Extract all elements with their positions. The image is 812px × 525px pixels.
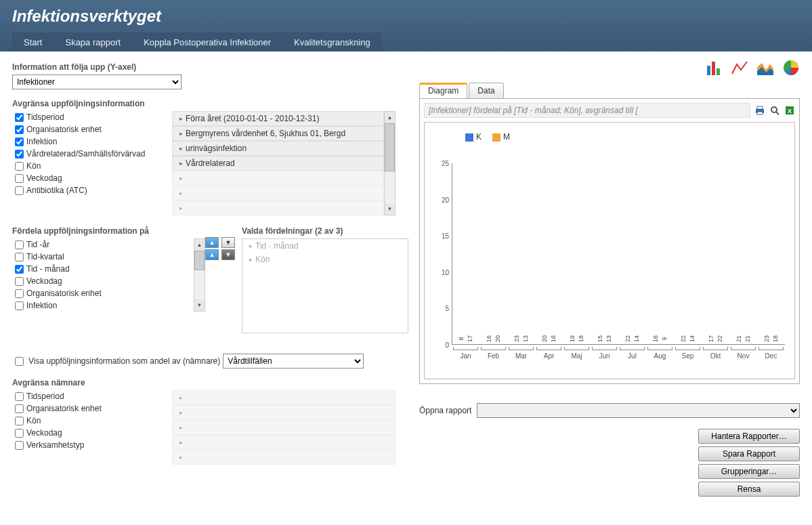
print-icon[interactable] xyxy=(754,105,765,116)
move-down-button[interactable]: ▼ xyxy=(221,237,235,248)
tab-diagram[interactable]: Diagram xyxy=(419,83,467,98)
bar-value-label: 18 xyxy=(772,335,779,342)
val-vardrelaterad[interactable]: ▸Vårdrelaterad xyxy=(172,156,384,171)
tab-data[interactable]: Data xyxy=(469,83,503,98)
val-tidsperiod-text: Förra året (2010-01-01 - 2010-12-31) xyxy=(186,114,319,123)
val-n-3[interactable]: ▸ xyxy=(172,435,396,450)
chart-type-bar-icon[interactable] xyxy=(705,59,723,79)
val-infektion[interactable]: ▸urinvägsinfektion xyxy=(172,141,384,156)
month-label: Okt xyxy=(702,352,729,360)
val-n-2[interactable]: ▸ xyxy=(172,420,396,435)
legend-swatch-k xyxy=(465,133,473,142)
chart-legend: K M xyxy=(465,132,510,142)
chk-tidsperiod[interactable] xyxy=(15,113,24,122)
chk-andel[interactable] xyxy=(15,357,24,366)
tab-skapa-rapport[interactable]: Skapa rapport xyxy=(54,33,132,51)
tab-start[interactable]: Start xyxy=(12,33,54,51)
bar-value-label: 14 xyxy=(689,335,696,342)
svg-rect-2 xyxy=(717,68,720,75)
filters-title: Avgränsa uppföljningsinformation xyxy=(12,99,408,108)
selected-tid-manad[interactable]: ▸Tid - månad xyxy=(242,239,408,253)
chk-infektion2[interactable] xyxy=(15,301,24,310)
lbl-vardrelaterad: Vårdrelaterad/Samhällsförvärvad xyxy=(26,149,145,159)
svg-text:X: X xyxy=(788,108,792,114)
chart-type-pie-icon[interactable] xyxy=(782,59,800,79)
chk-orgenhet2[interactable] xyxy=(15,289,24,298)
manage-reports-button[interactable]: Hantera Rapporter… xyxy=(698,429,800,444)
lbl-tid-ar: Tid -år xyxy=(26,240,49,249)
chart-type-area-icon[interactable] xyxy=(756,59,774,79)
val-tidsperiod[interactable]: ▸Förra året (2010-01-01 - 2010-12-31) xyxy=(172,111,384,126)
move-down-button-2[interactable]: ▼ xyxy=(221,249,235,260)
scroll-up-icon[interactable]: ▲ xyxy=(194,239,205,251)
chk-n-orgenhet[interactable] xyxy=(15,404,24,413)
scroll-up-icon[interactable]: ▲ xyxy=(385,112,395,123)
val-n-0[interactable]: ▸ xyxy=(172,390,396,405)
andel-select[interactable]: Vårdtillfällen xyxy=(223,354,364,369)
val-n-4[interactable]: ▸ xyxy=(172,450,396,465)
chk-tid-ar[interactable] xyxy=(15,240,24,249)
move-up-button[interactable]: ▲ xyxy=(205,237,219,248)
val-veckodag[interactable]: ▸ xyxy=(172,186,384,201)
svg-line-8 xyxy=(776,112,779,114)
month-bracket xyxy=(731,347,756,350)
clear-button[interactable]: Rensa xyxy=(698,482,800,497)
open-report-label: Öppna rapport xyxy=(419,406,471,415)
chk-infektion[interactable] xyxy=(15,138,24,146)
caret-icon: ▸ xyxy=(179,439,183,446)
lbl-n-veckodag: Veckodag xyxy=(26,428,62,438)
svg-rect-6 xyxy=(757,112,763,114)
scroll-thumb[interactable] xyxy=(194,251,205,270)
bar-value-label: 13 xyxy=(522,335,529,342)
y-tick: 5 xyxy=(445,305,449,312)
distrib-scrollbar[interactable]: ▲ ▼ xyxy=(194,238,205,312)
month-label: Nov xyxy=(729,352,757,360)
selected-kon[interactable]: ▸Kön xyxy=(242,253,408,266)
tab-koppla[interactable]: Koppla Postoperativa Infektioner xyxy=(132,33,282,51)
move-up-button-2[interactable]: ▲ xyxy=(205,249,219,260)
distrib-left-title: Fördela uppföljningsinformation på xyxy=(12,226,205,236)
export-excel-icon[interactable]: X xyxy=(784,105,795,116)
val-orgenhet-text: Bergmyrens vårdenhet 6, Sjukhus 01, Berg… xyxy=(186,129,345,138)
chk-vardrelaterad[interactable] xyxy=(15,150,24,159)
zoom-icon[interactable] xyxy=(769,105,780,116)
val-n-1[interactable]: ▸ xyxy=(172,405,396,420)
scroll-thumb[interactable] xyxy=(385,123,395,171)
chk-n-tidsperiod[interactable] xyxy=(15,392,24,401)
lbl-n-orgenhet: Organisatorisk enhet xyxy=(26,404,102,413)
scroll-down-icon[interactable]: ▼ xyxy=(385,203,395,215)
caret-icon: ▸ xyxy=(249,243,253,249)
chk-veckodag2[interactable] xyxy=(15,277,24,286)
val-kon[interactable]: ▸ xyxy=(172,171,384,186)
lbl-n-tidsperiod: Tidsperiod xyxy=(26,392,64,401)
chk-tid-kvartal[interactable] xyxy=(15,253,24,261)
lbl-orgenhet2: Organisatorisk enhet xyxy=(26,289,102,298)
chk-orgenhet[interactable] xyxy=(15,125,24,134)
chk-n-kon[interactable] xyxy=(15,417,24,425)
chk-n-verksamhetstyp[interactable] xyxy=(15,441,24,450)
save-report-button[interactable]: Spara Rapport xyxy=(698,446,800,461)
bar-value-label: 17 xyxy=(708,335,714,342)
bar-value-label: 21 xyxy=(735,335,742,342)
val-antibiotika[interactable]: ▸ xyxy=(172,201,384,215)
month-label: Jan xyxy=(452,352,479,360)
val-orgenhet[interactable]: ▸Bergmyrens vårdenhet 6, Sjukhus 01, Ber… xyxy=(172,126,384,141)
open-report-select[interactable] xyxy=(477,403,800,418)
month-label: Apr xyxy=(535,352,563,360)
chk-veckodag[interactable] xyxy=(15,174,24,183)
chk-n-veckodag[interactable] xyxy=(15,429,24,438)
svg-rect-1 xyxy=(712,62,715,75)
scroll-down-icon[interactable]: ▼ xyxy=(194,299,205,311)
tab-kvalitet[interactable]: Kvalitetsgranskning xyxy=(282,33,382,51)
chk-tid-manad[interactable] xyxy=(15,265,24,274)
chart-type-line-icon[interactable] xyxy=(731,59,748,79)
bar-value-label: 22 xyxy=(717,335,723,342)
chk-antibiotika[interactable] xyxy=(15,186,24,195)
legend-swatch-m xyxy=(492,133,500,142)
legend-m: M xyxy=(503,132,510,142)
groupings-button[interactable]: Grupperingar… xyxy=(698,464,800,479)
lbl-tid-manad: Tid - månad xyxy=(26,264,70,274)
yaxis-select[interactable]: Infektioner xyxy=(12,75,181,89)
filter-scrollbar[interactable]: ▲ ▼ xyxy=(384,111,396,215)
chk-kon[interactable] xyxy=(15,162,24,171)
